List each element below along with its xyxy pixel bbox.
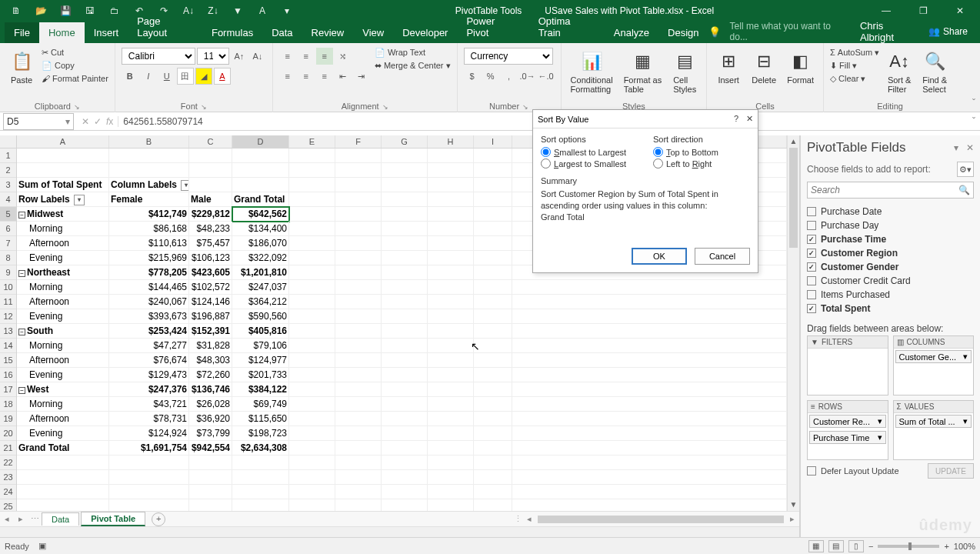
cancel-button[interactable]: Cancel bbox=[695, 248, 750, 265]
qat-textbox-icon[interactable]: A bbox=[251, 2, 274, 20]
align-launcher-icon[interactable]: ↘ bbox=[382, 103, 388, 111]
insert-button[interactable]: ⊞Insert bbox=[713, 48, 744, 86]
field-item[interactable]: Items Purchased bbox=[807, 288, 978, 302]
dialog-help-icon[interactable]: ? bbox=[734, 114, 738, 124]
field-item[interactable]: Customer Region bbox=[807, 246, 978, 260]
qat-new-icon[interactable]: 🗎 bbox=[5, 2, 28, 20]
sheet-tab-data[interactable]: Data bbox=[42, 512, 79, 526]
clear-button[interactable]: ◇ Clear ▾ bbox=[830, 74, 879, 84]
percent-icon[interactable]: % bbox=[482, 68, 499, 85]
font-launcher-icon[interactable]: ↘ bbox=[201, 103, 207, 111]
zoom-out-icon[interactable]: − bbox=[868, 542, 873, 551]
share-button[interactable]: 👥Share bbox=[928, 26, 968, 37]
collapse-ribbon-icon[interactable]: ˇ bbox=[972, 98, 975, 108]
conditional-formatting-button[interactable]: 📊Conditional Formatting bbox=[568, 48, 616, 95]
cell-styles-button[interactable]: ▤Cell Styles bbox=[669, 48, 700, 95]
window-close-icon[interactable]: ✕ bbox=[945, 2, 975, 20]
radio-top-bottom[interactable]: Top to Bottom bbox=[653, 147, 750, 157]
name-box[interactable]: D5▾ bbox=[3, 113, 74, 130]
field-item[interactable]: Purchase Time bbox=[807, 232, 978, 246]
expand-formula-icon[interactable]: ˇ bbox=[968, 116, 980, 127]
horizontal-scrollbar[interactable] bbox=[538, 516, 784, 523]
radio-smallest-largest[interactable]: Smallest to Largest bbox=[541, 147, 638, 157]
fields-gear-icon[interactable]: ⚙▾ bbox=[957, 162, 974, 177]
tab-view[interactable]: View bbox=[353, 22, 393, 43]
tab-formulas[interactable]: Formulas bbox=[202, 22, 262, 43]
view-normal-icon[interactable]: ▦ bbox=[808, 540, 824, 552]
tab-file[interactable]: File bbox=[5, 22, 39, 43]
area-rows[interactable]: ≡ROWSCustomer Re...▾Purchase Time▾ bbox=[807, 400, 888, 460]
sheet-nav-first-icon[interactable]: ◂ bbox=[0, 514, 14, 524]
delete-button[interactable]: ⊟Delete bbox=[748, 48, 779, 86]
cancel-formula-icon[interactable]: ✕ bbox=[82, 116, 89, 127]
qat-saveas-icon[interactable]: 🖫 bbox=[78, 2, 102, 20]
font-name-select[interactable]: Calibri bbox=[122, 48, 195, 65]
sheet-tab-pivot[interactable]: Pivot Table bbox=[81, 512, 145, 526]
sheet-nav-more-icon[interactable]: ⋯ bbox=[28, 514, 42, 524]
tab-power-pivot[interactable]: Power Pivot bbox=[457, 11, 528, 43]
column-field-pill[interactable]: Customer Ge...▾ bbox=[895, 350, 972, 363]
orientation-icon[interactable]: ⤭ bbox=[335, 48, 352, 65]
radio-t2b-input[interactable] bbox=[653, 147, 663, 157]
qat-redo-icon[interactable]: ↷ bbox=[152, 2, 175, 20]
field-item[interactable]: Customer Credit Card bbox=[807, 274, 978, 288]
ok-button[interactable]: OK bbox=[632, 248, 687, 265]
align-top-icon[interactable]: ≡ bbox=[279, 48, 296, 65]
hscroll-right-icon[interactable]: ▸ bbox=[785, 514, 799, 524]
qat-sort-za-icon[interactable]: Z↓ bbox=[202, 2, 225, 20]
qat-filter-icon[interactable]: ▼ bbox=[226, 2, 249, 20]
paste-button[interactable]: 📋Paste bbox=[6, 48, 37, 86]
clipboard-launcher-icon[interactable]: ↘ bbox=[74, 103, 80, 111]
radio-left-right[interactable]: Left to Right bbox=[653, 159, 750, 169]
radio-l2s-input[interactable] bbox=[541, 159, 551, 169]
tab-home[interactable]: Home bbox=[39, 22, 85, 43]
sheet-nav-last-icon[interactable]: ▸ bbox=[14, 514, 28, 524]
copy-button[interactable]: 📄 Copy bbox=[42, 61, 108, 71]
macro-record-icon[interactable]: ▣ bbox=[38, 541, 46, 551]
qat-open-icon[interactable]: 📂 bbox=[29, 2, 52, 20]
add-sheet-button[interactable]: + bbox=[152, 512, 165, 526]
cut-button[interactable]: ✂ Cut bbox=[42, 48, 108, 58]
underline-button[interactable]: U bbox=[158, 68, 175, 85]
fields-search[interactable]: 🔍 bbox=[807, 182, 974, 199]
vertical-scrollbar[interactable]: ▲▼ bbox=[787, 135, 799, 511]
defer-checkbox[interactable] bbox=[807, 466, 816, 476]
update-button[interactable]: UPDATE bbox=[928, 463, 974, 479]
row-field-pill-1[interactable]: Customer Re...▾ bbox=[809, 415, 886, 428]
dialog-close-icon[interactable]: ✕ bbox=[746, 114, 753, 124]
fill-color-button[interactable]: ◢ bbox=[195, 68, 212, 85]
align-bottom-icon[interactable]: ≡ bbox=[316, 48, 333, 65]
area-values[interactable]: ΣVALUESSum of Total ...▾ bbox=[893, 400, 975, 460]
font-size-select[interactable]: 11 bbox=[197, 48, 229, 65]
fields-search-input[interactable] bbox=[811, 185, 958, 195]
insert-function-icon[interactable]: fx bbox=[106, 116, 113, 127]
borders-button[interactable]: 田 bbox=[177, 68, 194, 85]
window-restore-icon[interactable]: ❐ bbox=[908, 2, 938, 20]
tell-me-input[interactable]: Tell me what you want to do... bbox=[730, 21, 851, 42]
tab-design[interactable]: Design bbox=[658, 22, 708, 43]
window-minimize-icon[interactable]: ― bbox=[871, 2, 902, 20]
zoom-in-icon[interactable]: + bbox=[944, 542, 948, 551]
radio-s2l-input[interactable] bbox=[541, 147, 551, 157]
align-left-icon[interactable]: ≡ bbox=[279, 68, 296, 85]
field-item[interactable]: Customer Gender bbox=[807, 260, 978, 274]
bold-button[interactable]: B bbox=[122, 68, 138, 85]
wrap-text-button[interactable]: 📄 Wrap Text bbox=[375, 48, 451, 58]
user-name[interactable]: Chris Albright bbox=[860, 20, 919, 43]
fill-button[interactable]: ⬇ Fill ▾ bbox=[830, 61, 879, 71]
radio-largest-smallest[interactable]: Largest to Smallest bbox=[541, 159, 638, 169]
italic-button[interactable]: I bbox=[140, 68, 157, 85]
indent-dec-icon[interactable]: ⇤ bbox=[335, 68, 352, 85]
merge-center-button[interactable]: ⬌ Merge & Center ▾ bbox=[375, 61, 451, 71]
tab-review[interactable]: Review bbox=[302, 22, 354, 43]
zoom-level[interactable]: 100% bbox=[954, 542, 975, 551]
enter-formula-icon[interactable]: ✓ bbox=[94, 116, 102, 127]
find-select-button[interactable]: 🔍Find & Select bbox=[919, 48, 950, 95]
qat-folder-icon[interactable]: 🗀 bbox=[103, 2, 126, 20]
tab-insert[interactable]: Insert bbox=[85, 22, 128, 43]
row-headers[interactable]: 1234567891011121314151617181920212223242… bbox=[0, 135, 17, 511]
tab-optima-train[interactable]: Optima Train bbox=[529, 11, 605, 43]
align-center-icon[interactable]: ≡ bbox=[298, 68, 315, 85]
view-page-layout-icon[interactable]: ▤ bbox=[828, 540, 844, 552]
radio-l2r-input[interactable] bbox=[653, 159, 663, 169]
